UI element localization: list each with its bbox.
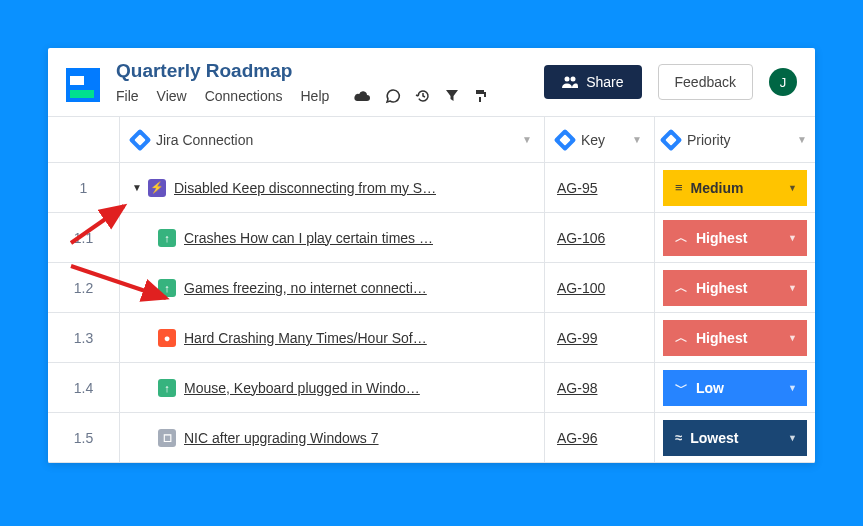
issue-title-link[interactable]: Disabled Keep disconnecting from my S… xyxy=(174,180,436,196)
priority-label: Highest xyxy=(696,230,747,246)
chevron-down-icon[interactable]: ▼ xyxy=(788,383,797,393)
priority-select[interactable]: ︿Highest▼ xyxy=(663,270,807,306)
priority-select[interactable]: ︿Highest▼ xyxy=(663,220,807,256)
column-header-main[interactable]: Jira Connection ▼ xyxy=(120,117,545,162)
jira-diamond-icon xyxy=(554,128,577,151)
issue-title-link[interactable]: Games freezing, no internet connecti… xyxy=(184,280,427,296)
key-cell: AG-100 xyxy=(545,263,655,312)
issue-key-link[interactable]: AG-99 xyxy=(557,330,597,346)
priority-select[interactable]: ≡Medium▼ xyxy=(663,170,807,206)
priority-cell: ︿Highest▼ xyxy=(655,263,815,312)
issue-type-icon: ⚡ xyxy=(148,179,166,197)
app-logo-icon xyxy=(66,68,100,102)
chevron-down-icon[interactable]: ▼ xyxy=(788,233,797,243)
column-key-label: Key xyxy=(581,132,624,148)
history-icon[interactable] xyxy=(415,88,431,104)
key-cell: AG-95 xyxy=(545,163,655,212)
priority-label: Highest xyxy=(696,330,747,346)
table-row[interactable]: 1.1↑Crashes How can I play certain times… xyxy=(48,213,815,263)
table-row[interactable]: 1▼⚡Disabled Keep disconnecting from my S… xyxy=(48,163,815,213)
topbar: Quarterly Roadmap File View Connections … xyxy=(48,48,815,108)
table-row[interactable]: 1.5◻NIC after upgrading Windows 7AG-96≈L… xyxy=(48,413,815,463)
svg-point-0 xyxy=(565,77,570,82)
priority-cell: ︿Highest▼ xyxy=(655,313,815,362)
column-priority-label: Priority xyxy=(687,132,789,148)
key-cell: AG-99 xyxy=(545,313,655,362)
issue-title-link[interactable]: Crashes How can I play certain times … xyxy=(184,230,433,246)
menubar: File View Connections Help xyxy=(116,88,528,104)
chevron-down-icon[interactable]: ▼ xyxy=(797,134,807,145)
menu-view[interactable]: View xyxy=(157,88,187,104)
key-cell: AG-98 xyxy=(545,363,655,412)
issue-cell: ◻NIC after upgrading Windows 7 xyxy=(120,413,545,462)
issue-type-icon: ◻ xyxy=(158,429,176,447)
priority-select[interactable]: ﹀Low▼ xyxy=(663,370,807,406)
column-header-priority[interactable]: Priority ▼ xyxy=(655,117,815,162)
toolbar-icons xyxy=(353,88,489,104)
row-number: 1.3 xyxy=(48,313,120,362)
menu-help[interactable]: Help xyxy=(300,88,329,104)
priority-select[interactable]: ≈Lowest▼ xyxy=(663,420,807,456)
row-number: 1.4 xyxy=(48,363,120,412)
column-main-label: Jira Connection xyxy=(156,132,514,148)
priority-icon: ≡ xyxy=(675,180,683,195)
issue-cell: ↑Crashes How can I play certain times … xyxy=(120,213,545,262)
issue-key-link[interactable]: AG-106 xyxy=(557,230,605,246)
priority-cell: ﹀Low▼ xyxy=(655,363,815,412)
issue-type-icon: ↑ xyxy=(158,279,176,297)
priority-cell: ≈Lowest▼ xyxy=(655,413,815,462)
priority-select[interactable]: ︿Highest▼ xyxy=(663,320,807,356)
table-row[interactable]: 1.3●Hard Crashing Many Times/Hour Sof…AG… xyxy=(48,313,815,363)
jira-diamond-icon xyxy=(129,128,152,151)
chevron-down-icon[interactable]: ▼ xyxy=(522,134,532,145)
menu-connections[interactable]: Connections xyxy=(205,88,283,104)
chevron-down-icon[interactable]: ▼ xyxy=(788,283,797,293)
key-cell: AG-106 xyxy=(545,213,655,262)
table-row[interactable]: 1.4↑Mouse, Keyboard plugged in Windo…AG-… xyxy=(48,363,815,413)
cloud-icon[interactable] xyxy=(353,89,371,103)
priority-icon: ︿ xyxy=(675,279,688,297)
issue-type-icon: ↑ xyxy=(158,229,176,247)
row-number: 1.2 xyxy=(48,263,120,312)
issue-title-link[interactable]: Mouse, Keyboard plugged in Windo… xyxy=(184,380,420,396)
comment-icon[interactable] xyxy=(385,88,401,104)
issue-cell: ●Hard Crashing Many Times/Hour Sof… xyxy=(120,313,545,362)
priority-cell: ︿Highest▼ xyxy=(655,213,815,262)
paint-icon[interactable] xyxy=(473,88,489,104)
filter-icon[interactable] xyxy=(445,89,459,103)
document-title[interactable]: Quarterly Roadmap xyxy=(116,60,528,82)
share-label: Share xyxy=(586,74,623,90)
svg-point-1 xyxy=(571,77,576,82)
people-icon xyxy=(562,76,578,88)
expand-caret-icon[interactable]: ▼ xyxy=(132,182,142,193)
issue-title-link[interactable]: NIC after upgrading Windows 7 xyxy=(184,430,379,446)
chevron-down-icon[interactable]: ▼ xyxy=(788,433,797,443)
priority-label: Highest xyxy=(696,280,747,296)
column-header-key[interactable]: Key ▼ xyxy=(545,117,655,162)
issue-key-link[interactable]: AG-100 xyxy=(557,280,605,296)
row-number-header xyxy=(48,117,120,162)
priority-icon: ︿ xyxy=(675,329,688,347)
issue-key-link[interactable]: AG-98 xyxy=(557,380,597,396)
chevron-down-icon[interactable]: ▼ xyxy=(632,134,642,145)
chevron-down-icon[interactable]: ▼ xyxy=(788,183,797,193)
issue-cell: ▼⚡Disabled Keep disconnecting from my S… xyxy=(120,163,545,212)
chevron-down-icon[interactable]: ▼ xyxy=(788,333,797,343)
issue-title-link[interactable]: Hard Crashing Many Times/Hour Sof… xyxy=(184,330,427,346)
row-number: 1.1 xyxy=(48,213,120,262)
row-number: 1.5 xyxy=(48,413,120,462)
share-button[interactable]: Share xyxy=(544,65,641,99)
issue-cell: ↑Mouse, Keyboard plugged in Windo… xyxy=(120,363,545,412)
table-row[interactable]: 1.2↑Games freezing, no internet connecti… xyxy=(48,263,815,313)
user-avatar[interactable]: J xyxy=(769,68,797,96)
priority-label: Medium xyxy=(691,180,744,196)
jira-diamond-icon xyxy=(660,128,683,151)
menu-file[interactable]: File xyxy=(116,88,139,104)
issue-type-icon: ↑ xyxy=(158,379,176,397)
feedback-button[interactable]: Feedback xyxy=(658,64,753,100)
key-cell: AG-96 xyxy=(545,413,655,462)
issue-key-link[interactable]: AG-96 xyxy=(557,430,597,446)
issue-key-link[interactable]: AG-95 xyxy=(557,180,597,196)
priority-cell: ≡Medium▼ xyxy=(655,163,815,212)
priority-icon: ︿ xyxy=(675,229,688,247)
